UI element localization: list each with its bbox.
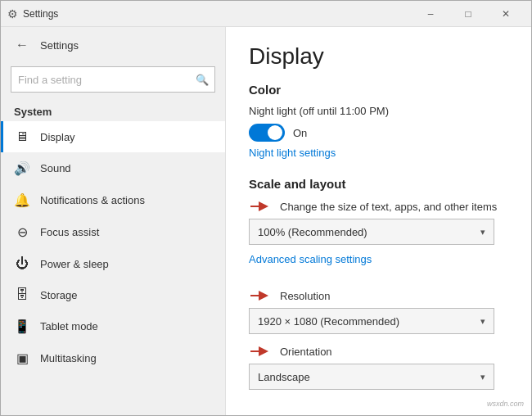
search-box[interactable]: 🔍 [11,66,215,93]
orientation-label-row: Orientation [249,344,508,359]
sidebar-item-label-power: Power & sleep [40,258,109,270]
orientation-label: Orientation [280,346,332,358]
size-label: Change the size of text, apps, and other… [280,201,497,213]
resolution-arrow-icon [249,288,272,303]
sidebar-item-power[interactable]: ⏻ Power & sleep [1,248,225,279]
toggle-label: On [293,127,307,139]
scale-section-title: Scale and layout [249,177,508,191]
right-panel: Display Color Night light (off until 11:… [226,27,531,415]
search-icon: 🔍 [196,74,209,86]
focus-icon: ⊖ [14,224,30,240]
orientation-dropdown-value: Landscape [258,371,310,383]
notifications-icon: 🔔 [14,192,30,208]
sidebar-item-tablet[interactable]: 📱 Tablet mode [1,310,225,342]
resolution-dropdown-value: 1920 × 1080 (Recommended) [258,315,399,328]
toggle-knob [268,125,282,140]
orientation-dropdown[interactable]: Landscape ▾ [249,364,494,390]
sidebar-item-label-notifications: Notifications & actions [40,194,145,206]
size-arrow-icon [249,199,272,214]
sidebar-app-title: Settings [40,39,79,52]
display-icon: 🖥 [14,129,30,144]
title-bar: ⚙ Settings – □ ✕ [1,1,531,27]
sidebar: ← Settings 🔍 System 🖥 Display 🔊 Sound 🔔 … [1,27,226,415]
night-light-settings-link[interactable]: Night light settings [249,147,336,159]
minimize-button[interactable]: – [412,1,449,27]
search-input[interactable] [11,66,215,93]
sidebar-item-focus[interactable]: ⊖ Focus assist [1,216,225,248]
advanced-scaling-link[interactable]: Advanced scaling settings [249,253,372,265]
color-section-title: Color [249,83,508,97]
orientation-arrow-icon [249,344,272,359]
size-dropdown[interactable]: 100% (Recommended) ▾ [249,219,494,245]
sidebar-item-display[interactable]: 🖥 Display [1,121,225,152]
maximize-button[interactable]: □ [449,1,487,27]
sidebar-item-label-focus: Focus assist [40,226,99,238]
night-light-description: Night light (off until 11:00 PM) [249,105,508,117]
sound-icon: 🔊 [14,161,30,176]
close-button[interactable]: ✕ [487,1,525,27]
night-light-toggle-row: On [249,124,508,142]
scale-section: Change the size of text, apps, and other… [249,199,508,278]
resolution-label: Resolution [280,290,330,302]
watermark: wsxdn.com [487,400,524,408]
sidebar-item-label-multitasking: Multitasking [40,352,97,364]
sidebar-item-label-tablet: Tablet mode [40,320,98,332]
resolution-label-row: Resolution [249,288,508,303]
sidebar-item-sound[interactable]: 🔊 Sound [1,152,225,184]
title-bar-title: Settings [23,8,412,20]
storage-icon: 🗄 [14,287,30,302]
tablet-icon: 📱 [14,319,30,334]
back-button[interactable]: ← [11,34,34,57]
power-icon: ⏻ [14,256,30,271]
size-dropdown-chevron: ▾ [480,227,485,237]
resolution-dropdown-chevron: ▾ [480,316,485,327]
sidebar-item-label-display: Display [40,131,75,143]
sidebar-nav-top: ← Settings [1,27,225,63]
multitasking-icon: ▣ [14,350,30,366]
page-title: Display [249,43,508,70]
sidebar-item-notifications[interactable]: 🔔 Notifications & actions [1,184,225,216]
settings-icon: ⚙ [7,7,18,20]
sidebar-item-multitasking[interactable]: ▣ Multitasking [1,342,225,374]
resolution-dropdown[interactable]: 1920 × 1080 (Recommended) ▾ [249,308,494,334]
window-controls: – □ ✕ [412,1,525,27]
sidebar-section-label: System [1,101,225,121]
resolution-section: Resolution 1920 × 1080 (Recommended) ▾ [249,288,508,334]
orientation-dropdown-chevron: ▾ [480,372,485,382]
sidebar-item-storage[interactable]: 🗄 Storage [1,279,225,310]
size-dropdown-value: 100% (Recommended) [258,226,367,238]
sidebar-item-label-sound: Sound [40,162,71,174]
orientation-section: Orientation Landscape ▾ [249,344,508,390]
size-label-row: Change the size of text, apps, and other… [249,199,508,214]
sidebar-item-label-storage: Storage [40,289,78,301]
night-light-toggle[interactable] [249,124,285,142]
